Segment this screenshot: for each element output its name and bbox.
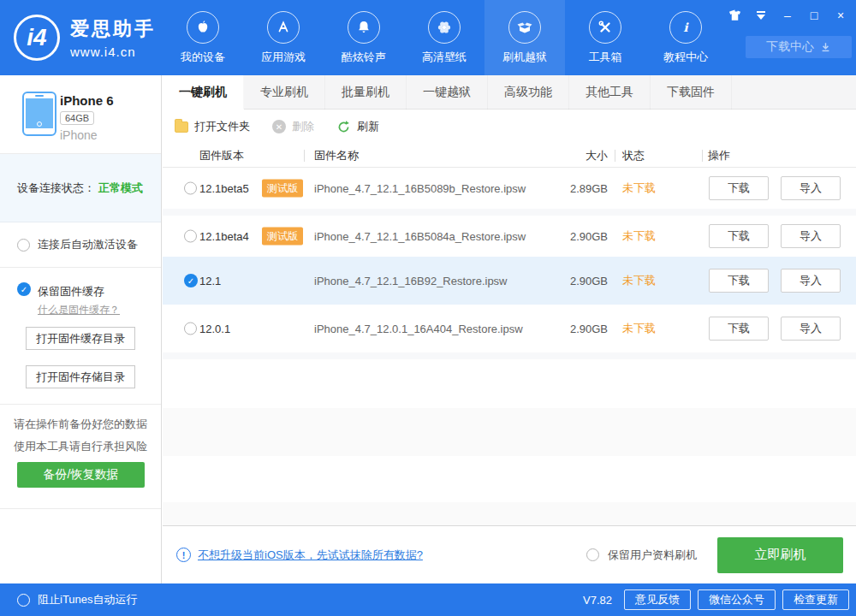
auto-activate-label: 连接后自动激活设备 [38, 237, 138, 252]
import-button[interactable]: 导入 [781, 269, 841, 293]
firmware-version: 12.1 [199, 275, 221, 287]
block-itunes-radio[interactable] [17, 594, 30, 607]
delete-icon: ✕ [272, 120, 286, 133]
connection-label: 设备连接状态： [17, 181, 95, 196]
open-folder-button[interactable]: 打开文件夹 [175, 119, 250, 134]
download-button[interactable]: 下载 [709, 269, 769, 293]
firmware-name: iPhone_4.7_12.0.1_16A404_Restore.ipsw [314, 323, 523, 335]
connection-value: 正常模式 [98, 181, 143, 196]
nav-item-toolbox[interactable]: 工具箱 [565, 0, 645, 75]
download-button[interactable]: 下载 [709, 224, 769, 248]
firmware-status: 未下载 [622, 228, 656, 244]
row-radio[interactable] [184, 182, 197, 195]
info-icon: i [669, 11, 702, 44]
header: i4 爱思助手 www.i4.cn 我的设备 应用游戏 [0, 0, 856, 75]
firmware-name: iPhone_4.7_12.1_16B92_Restore.ipsw [314, 275, 508, 287]
sidebar: iPhone 6 64GB iPhone 设备连接状态： 正常模式 连接后自动激… [0, 75, 162, 583]
open-cache-dir-button[interactable]: 打开固件缓存目录 [26, 327, 135, 350]
table-row[interactable]: 12.1beta5 测试版 iPhone_4.7_12.1_16B5089b_R… [163, 168, 856, 209]
download-button[interactable]: 下载 [709, 317, 769, 341]
flash-action-bar: ! 不想升级当前iOS版本，先试试抹除所有数据? 保留用户资料刷机 立即刷机 [163, 525, 856, 583]
close-icon[interactable]: × [834, 9, 847, 22]
apple-icon [187, 11, 219, 44]
firmware-size: 2.90GB [539, 230, 608, 243]
row-radio-checked[interactable]: ✓ [184, 274, 198, 287]
nav-item-tutorials[interactable]: i 教程中心 [645, 0, 726, 75]
tab-other-tools[interactable]: 其他工具 [569, 75, 651, 110]
import-button[interactable]: 导入 [781, 317, 841, 341]
nav-label: 工具箱 [589, 50, 622, 65]
maximize-icon[interactable]: □ [807, 9, 821, 22]
iphone-icon [22, 92, 56, 136]
nav-item-ringtones[interactable]: 酷炫铃声 [324, 0, 404, 75]
tab-advanced[interactable]: 高级功能 [488, 75, 569, 110]
import-button[interactable]: 导入 [781, 176, 841, 200]
table-header: 固件版本 固件名称 大小 状态 操作 [163, 144, 856, 168]
block-itunes-option[interactable]: 阻止iTunes自动运行 [17, 583, 138, 616]
flower-icon [428, 11, 461, 44]
tab-one-key-jailbreak[interactable]: 一键越狱 [407, 75, 488, 110]
backup-warning-section: 请在操作前备份好您的数据 使用本工具请自行承担风险 备份/恢复数据 [0, 405, 161, 509]
table-row-selected[interactable]: ✓ 12.1 iPhone_4.7_12.1_16B92_Restore.ips… [163, 257, 856, 305]
svg-text:i: i [683, 21, 689, 34]
app-window: i4 爱思助手 www.i4.cn 我的设备 应用游戏 [0, 0, 856, 616]
nav-item-apps-games[interactable]: 应用游戏 [243, 0, 324, 75]
col-action: 操作 [708, 148, 730, 163]
refresh-icon [336, 120, 351, 134]
minimize-icon[interactable]: – [781, 9, 794, 22]
keep-user-data-radio[interactable] [586, 548, 599, 561]
what-is-cache-link[interactable]: 什么是固件缓存？ [38, 303, 120, 317]
folder-icon [175, 121, 188, 133]
firmware-size: 2.90GB [539, 275, 608, 287]
firmware-size: 2.89GB [539, 182, 608, 195]
feedback-button[interactable]: 意见反馈 [624, 589, 691, 610]
download-center-button[interactable]: 下载中心 [746, 36, 852, 58]
flash-controls: 保留用户资料刷机 立即刷机 [586, 537, 843, 573]
refresh-button[interactable]: 刷新 [336, 119, 379, 134]
collapse-icon[interactable] [754, 9, 768, 22]
tab-batch-flash[interactable]: 批量刷机 [325, 75, 407, 110]
import-button[interactable]: 导入 [781, 224, 841, 248]
block-itunes-label: 阻止iTunes自动运行 [38, 592, 138, 607]
logo-text: i4 [27, 24, 46, 51]
firmware-size: 2.90GB [539, 323, 608, 335]
row-radio[interactable] [184, 230, 197, 243]
flash-now-button[interactable]: 立即刷机 [717, 537, 843, 573]
auto-activate-option[interactable]: 连接后自动激活设备 [0, 222, 161, 268]
app-version: V7.82 [583, 594, 612, 607]
nav-item-my-device[interactable]: 我的设备 [163, 0, 243, 75]
nav-label: 刷机越狱 [502, 50, 547, 65]
download-icon [820, 42, 831, 53]
firmware-status: 未下载 [622, 273, 656, 288]
nav-label: 我的设备 [181, 50, 225, 65]
status-bar: 阻止iTunes自动运行 V7.82 意见反馈 微信公众号 检查更新 [0, 583, 856, 616]
tab-one-key-flash[interactable]: 一键刷机 [163, 75, 244, 110]
row-radio[interactable] [184, 323, 197, 335]
delete-label: 删除 [292, 119, 314, 134]
wechat-button[interactable]: 微信公众号 [698, 589, 776, 610]
appstore-icon [267, 11, 300, 44]
beta-badge: 测试版 [262, 180, 303, 198]
download-button[interactable]: 下载 [709, 176, 769, 200]
table-row[interactable]: 12.1beta4 测试版 iPhone_4.7_12.1_16B5084a_R… [163, 216, 856, 257]
skin-icon[interactable] [728, 9, 741, 22]
check-update-button[interactable]: 检查更新 [782, 589, 849, 610]
firmware-status: 未下载 [622, 321, 656, 336]
bell-icon [348, 11, 380, 44]
auto-activate-radio[interactable] [17, 239, 30, 252]
main-panel: 一键刷机 专业刷机 批量刷机 一键越狱 高级功能 其他工具 下载固件 打开文件夹… [163, 75, 856, 583]
tab-pro-flash[interactable]: 专业刷机 [244, 75, 325, 110]
nav-item-flash-jailbreak[interactable]: 刷机越狱 [484, 0, 565, 75]
nav-item-wallpapers[interactable]: 高清壁纸 [404, 0, 484, 75]
tab-download-firmware[interactable]: 下载固件 [651, 75, 732, 110]
nav-label: 高清壁纸 [422, 50, 467, 65]
open-storage-dir-button[interactable]: 打开固件存储目录 [26, 365, 135, 388]
device-name: iPhone 6 [60, 93, 114, 108]
table-row[interactable]: 12.0.1 iPhone_4.7_12.0.1_16A404_Restore.… [163, 305, 856, 352]
erase-data-link[interactable]: 不想升级当前iOS版本，先试试抹除所有数据? [198, 548, 423, 563]
keep-cache-checkbox[interactable]: ✓ [17, 282, 31, 296]
firmware-name: iPhone_4.7_12.1_16B5089b_Restore.ipsw [314, 182, 526, 195]
backup-restore-button[interactable]: 备份/恢复数据 [17, 462, 145, 488]
beta-badge: 测试版 [262, 228, 303, 246]
delete-button[interactable]: ✕ 删除 [272, 119, 314, 134]
